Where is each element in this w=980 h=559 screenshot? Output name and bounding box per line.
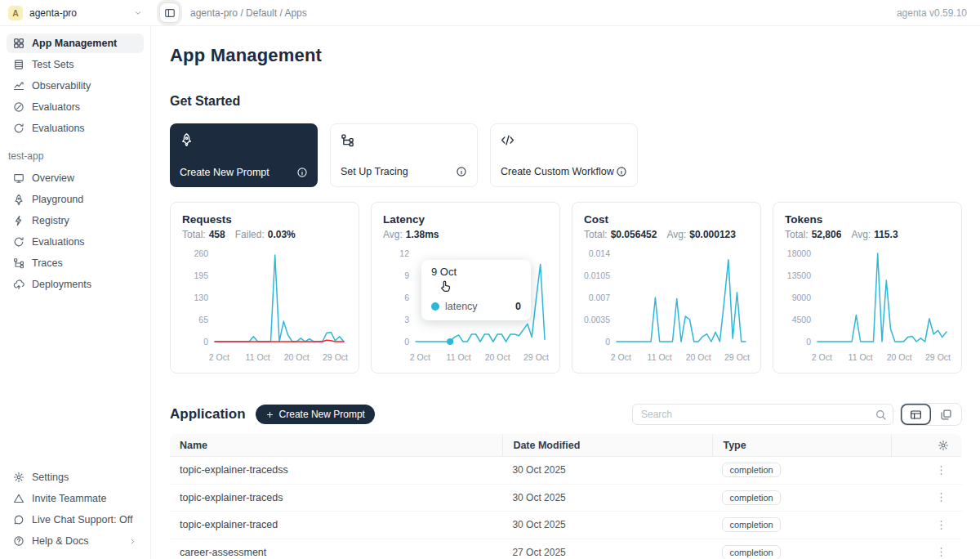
metric-card-title: Latency [383,213,548,226]
sidebar-item-invite-teammate[interactable]: Invite Teammate [7,489,144,508]
svg-text:4500: 4500 [792,315,812,324]
get-started-card-set-up-tracing[interactable]: Set Up Tracing [330,123,478,187]
metric-card-stats: Total:52,806Avg:115.3 [785,229,950,240]
table-row[interactable]: career-assessment27 Oct 2025completion [170,539,962,559]
svg-text:20 Oct: 20 Oct [686,352,711,362]
sidebar-item-test-sets[interactable]: Test Sets [7,55,144,74]
requests-line-chart: 2601951306502 Oct11 Oct20 Oct29 Oct [182,245,349,368]
sidebar-item-label: Playground [32,194,83,205]
metric-stat: Failed:0.03% [235,229,296,240]
svg-text:9000: 9000 [792,293,812,302]
code-icon [501,133,514,147]
lightning-icon [13,215,24,226]
sidebar-item-playground[interactable]: Playground [7,190,144,209]
table-row[interactable]: topic-explainer-tracedss30 Oct 2025compl… [170,457,962,485]
row-menu-icon[interactable] [935,519,947,531]
sidebar-item-label: Settings [32,472,69,483]
row-menu-icon[interactable] [935,464,947,476]
table-view-button[interactable] [901,404,931,425]
column-header-date-modified[interactable]: Date Modified [502,434,712,456]
column-header-name[interactable]: Name [170,434,502,456]
sidebar-toggle-button[interactable] [159,2,180,23]
cost-chart[interactable]: 0.0140.01050.0070.003502 Oct11 Oct20 Oct… [584,245,749,371]
workspace-selector[interactable]: A agenta-pro [0,6,151,20]
svg-text:18000: 18000 [787,248,811,258]
svg-text:0.0035: 0.0035 [584,315,610,324]
info-icon[interactable] [296,167,308,178]
info-icon[interactable] [456,166,467,177]
tooltip-value: 0 [515,301,521,312]
search-icon[interactable] [875,409,887,421]
svg-text:2 Oct: 2 Oct [209,352,229,362]
workspace-avatar: A [8,6,23,20]
svg-text:6: 6 [404,293,409,302]
sidebar-app-nav: OverviewPlaygroundRegistryEvaluationsTra… [7,168,144,296]
triangle-icon [13,493,24,504]
app-name: topic-explainer-tracedss [170,464,502,476]
sidebar-item-live-chat-support-off[interactable]: Live Chat Support: Off [7,510,144,530]
panel-left-icon [164,7,176,19]
plus-icon [265,410,274,419]
table-row[interactable]: topic-explainer-traced30 Oct 2025complet… [170,512,962,539]
sidebar-item-label: Evaluations [32,236,85,248]
sidebar-item-deployments[interactable]: Deployments [7,275,144,294]
get-started-card-create-new-prompt[interactable]: Create New Prompt [170,123,318,187]
date-modified: 30 Oct 2025 [502,464,712,476]
sidebar-main-nav: App ManagementTest SetsObservabilityEval… [7,34,144,140]
app-body: App ManagementTest SetsObservabilityEval… [0,26,980,559]
sidebar-item-help-docs[interactable]: Help & Docs [7,531,144,551]
requests-chart[interactable]: 2601951306502 Oct11 Oct20 Oct29 Oct [182,245,347,371]
sidebar-item-overview[interactable]: Overview [7,168,144,188]
get-started-card-create-custom-workflow[interactable]: Create Custom Workflow [490,123,638,187]
sidebar-item-registry[interactable]: Registry [7,211,144,230]
svg-text:65: 65 [198,315,208,324]
metric-card-stats: Total:458Failed:0.03% [182,229,347,240]
tokens-chart[interactable]: 18000135009000450002 Oct11 Oct20 Oct29 O… [785,245,950,371]
chart-line-icon [13,80,24,92]
sidebar-item-settings[interactable]: Settings [7,467,144,487]
sidebar-item-label: Evaluators [32,101,80,113]
svg-text:2 Oct: 2 Oct [410,352,430,362]
main-content: App Management Get Started Create New Pr… [151,26,980,559]
sidebar-item-evaluations[interactable]: Evaluations [7,119,144,138]
gauge-icon [13,101,24,113]
metric-stat: Avg:$0.000123 [666,229,736,240]
card-view-button[interactable] [931,404,961,425]
row-menu-icon[interactable] [935,491,947,503]
version-label: agenta v0.59.10 [897,7,967,19]
gear-icon[interactable] [938,440,949,451]
create-new-prompt-button[interactable]: Create New Prompt [256,405,375,424]
metric-card-title: Cost [584,213,749,226]
breadcrumb[interactable]: agenta-pro / Default / Apps [190,7,307,19]
svg-text:29 Oct: 29 Oct [523,352,549,362]
table-row[interactable]: topic-explainer-traceds30 Oct 2025comple… [170,485,962,512]
metric-card-stats: Total:$0.056452Avg:$0.000123 [584,229,749,240]
chevron-down-icon [133,8,143,18]
topbar: A agenta-pro agenta-pro / Default / Apps… [0,0,980,26]
metric-card-latency: LatencyAvg:1.38ms1296302 Oct11 Oct20 Oct… [371,202,560,373]
date-modified: 27 Oct 2025 [502,547,712,558]
svg-text:130: 130 [194,293,208,302]
latency-chart[interactable]: 1296302 Oct11 Oct20 Oct29 Oct9 Octlatenc… [383,245,548,371]
column-header-type[interactable]: Type [712,434,890,456]
table-view-icon [910,409,922,421]
metric-card-requests: RequestsTotal:458Failed:0.03%26019513065… [170,202,359,373]
sidebar-item-traces[interactable]: Traces [7,253,144,273]
svg-text:20 Oct: 20 Oct [485,352,510,362]
sidebar-item-evaluators[interactable]: Evaluators [7,97,144,117]
row-menu-icon[interactable] [935,546,947,558]
date-modified: 30 Oct 2025 [502,492,712,503]
sidebar-item-app-management[interactable]: App Management [7,34,144,53]
chevron-right-icon [128,537,137,546]
question-icon [13,535,24,547]
svg-text:0: 0 [203,337,208,347]
search-input[interactable] [632,404,893,425]
search-box [632,404,893,425]
svg-text:12: 12 [399,248,409,258]
cards-view-icon [940,409,952,421]
date-modified: 30 Oct 2025 [502,519,712,530]
info-icon[interactable] [616,166,627,177]
sidebar-item-observability[interactable]: Observability [7,76,144,96]
metric-stat: Avg:1.38ms [383,229,439,240]
sidebar-item-evaluations[interactable]: Evaluations [7,232,144,252]
